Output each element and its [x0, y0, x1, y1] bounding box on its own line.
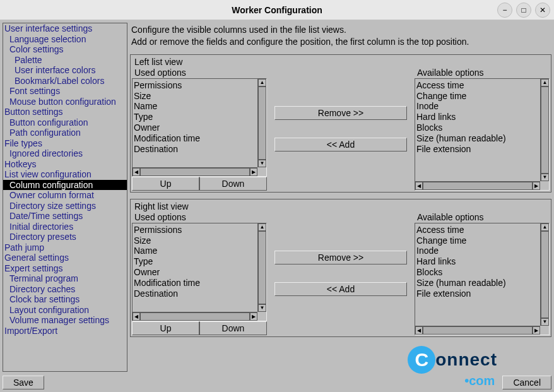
used-options-list[interactable]: PermissionsSizeNameTypeOwnerModification…: [132, 78, 267, 177]
sidebar-item[interactable]: Path configuration: [3, 128, 127, 138]
cancel-button[interactable]: Cancel: [502, 376, 551, 389]
list-item[interactable]: File extension: [416, 288, 548, 299]
add-button[interactable]: << Add: [274, 138, 407, 151]
move-up-button[interactable]: Up: [132, 177, 199, 191]
sidebar-item[interactable]: File types: [3, 138, 127, 149]
scroll-right-icon[interactable]: ▶: [250, 312, 257, 321]
vertical-scrollbar[interactable]: ▲ ▼: [257, 223, 266, 312]
scroll-track[interactable]: [541, 86, 549, 174]
sidebar-item[interactable]: Path jump: [3, 242, 127, 253]
available-options-list[interactable]: Access timeChange timeInodeHard linksBlo…: [415, 223, 550, 335]
scroll-right-icon[interactable]: ▶: [533, 326, 540, 335]
scroll-down-icon[interactable]: ▼: [541, 174, 549, 181]
sidebar-item[interactable]: Ignored directories: [3, 148, 127, 159]
move-down-button[interactable]: Down: [199, 177, 267, 191]
list-item[interactable]: Blocks: [416, 122, 548, 133]
list-item[interactable]: Inode: [416, 101, 548, 112]
list-item[interactable]: Size: [134, 91, 265, 102]
scroll-track[interactable]: [140, 168, 250, 176]
list-item[interactable]: Access time: [416, 225, 548, 235]
scroll-down-icon[interactable]: ▼: [258, 160, 266, 167]
close-button[interactable]: ✕: [535, 3, 550, 18]
list-item[interactable]: Access time: [416, 80, 548, 91]
list-item[interactable]: Modification time: [134, 278, 265, 288]
list-item[interactable]: Owner: [134, 267, 265, 278]
list-item[interactable]: Name: [134, 101, 265, 112]
list-item[interactable]: Type: [134, 256, 265, 267]
horizontal-scrollbar[interactable]: ◀ ▶: [415, 326, 540, 335]
list-item[interactable]: Owner: [134, 122, 265, 133]
scroll-left-icon[interactable]: ◀: [415, 326, 423, 335]
list-item[interactable]: Name: [134, 246, 265, 256]
vertical-scrollbar[interactable]: ▲ ▼: [257, 79, 266, 167]
sidebar-item[interactable]: Bookmark/Label colors: [3, 76, 127, 86]
sidebar-item[interactable]: Font settings: [3, 86, 127, 97]
add-button[interactable]: << Add: [274, 282, 407, 296]
list-item[interactable]: Permissions: [134, 225, 265, 235]
move-down-button[interactable]: Down: [199, 321, 267, 335]
maximize-button[interactable]: □: [516, 3, 531, 18]
sidebar-item[interactable]: Mouse button configuration: [3, 97, 127, 107]
list-item[interactable]: Modification time: [134, 133, 265, 144]
sidebar-item[interactable]: Language selection: [3, 34, 127, 45]
horizontal-scrollbar[interactable]: ◀ ▶: [415, 181, 540, 190]
settings-tree[interactable]: User interface settingsLanguage selectio…: [3, 23, 127, 372]
list-item[interactable]: Destination: [134, 288, 265, 299]
sidebar-item[interactable]: Date/Time settings: [3, 211, 127, 222]
list-item[interactable]: Change time: [416, 235, 548, 246]
scroll-right-icon[interactable]: ▶: [250, 168, 257, 176]
list-item[interactable]: Size (human readable): [416, 278, 548, 288]
list-item[interactable]: File extension: [416, 144, 548, 155]
scroll-left-icon[interactable]: ◀: [415, 182, 423, 190]
sidebar-item[interactable]: Expert settings: [3, 263, 127, 274]
sidebar-item[interactable]: User interface settings: [3, 23, 127, 34]
sidebar-item[interactable]: Hotkeys: [3, 159, 127, 170]
sidebar-item[interactable]: Directory presets: [3, 232, 127, 242]
remove-button[interactable]: Remove >>: [274, 106, 407, 120]
scroll-track[interactable]: [258, 86, 266, 160]
list-item[interactable]: Hard links: [416, 112, 548, 122]
sidebar-item[interactable]: General settings: [3, 252, 127, 263]
scroll-up-icon[interactable]: ▲: [258, 79, 266, 86]
sidebar-item[interactable]: Directory caches: [3, 284, 127, 295]
sidebar-item[interactable]: Owner column format: [3, 190, 127, 201]
vertical-scrollbar[interactable]: ▲ ▼: [540, 79, 549, 181]
sidebar-item[interactable]: Clock bar settings: [3, 294, 127, 305]
sidebar-item[interactable]: Palette: [3, 55, 127, 66]
list-item[interactable]: Destination: [134, 144, 265, 155]
list-item[interactable]: Size (human readable): [416, 133, 548, 144]
sidebar-item[interactable]: Button configuration: [3, 117, 127, 128]
scroll-right-icon[interactable]: ▶: [533, 182, 540, 190]
list-item[interactable]: Hard links: [416, 256, 548, 267]
scroll-track[interactable]: [140, 312, 250, 321]
sidebar-item[interactable]: Volume manager settings: [3, 315, 127, 326]
scroll-left-icon[interactable]: ◀: [133, 312, 140, 321]
scroll-track[interactable]: [423, 326, 533, 335]
scroll-track[interactable]: [258, 231, 266, 304]
sidebar-item[interactable]: Color settings: [3, 44, 127, 55]
scroll-left-icon[interactable]: ◀: [133, 168, 140, 176]
sidebar-item[interactable]: Directory size settings: [3, 201, 127, 211]
sidebar-item[interactable]: Button settings: [3, 107, 127, 117]
scroll-down-icon[interactable]: ▼: [258, 304, 266, 312]
list-item[interactable]: Change time: [416, 91, 548, 102]
horizontal-scrollbar[interactable]: ◀ ▶: [133, 312, 257, 321]
available-options-list[interactable]: Access timeChange timeInodeHard linksBlo…: [415, 78, 550, 191]
scroll-up-icon[interactable]: ▲: [258, 223, 266, 231]
sidebar-item[interactable]: Import/Export: [3, 326, 127, 336]
used-options-list[interactable]: PermissionsSizeNameTypeOwnerModification…: [132, 223, 267, 321]
sidebar-item[interactable]: Column configuration: [3, 180, 127, 191]
list-item[interactable]: Type: [134, 112, 265, 122]
scroll-track[interactable]: [423, 182, 533, 190]
move-up-button[interactable]: Up: [132, 321, 199, 335]
remove-button[interactable]: Remove >>: [274, 251, 407, 264]
list-item[interactable]: Blocks: [416, 267, 548, 278]
save-button[interactable]: Save: [3, 376, 44, 389]
horizontal-scrollbar[interactable]: ◀ ▶: [133, 167, 257, 176]
sidebar-item[interactable]: Initial directories: [3, 222, 127, 232]
list-item[interactable]: Inode: [416, 246, 548, 256]
scroll-up-icon[interactable]: ▲: [541, 79, 549, 86]
sidebar-item[interactable]: Terminal program: [3, 273, 127, 284]
scroll-track[interactable]: [541, 231, 549, 318]
minimize-button[interactable]: −: [497, 3, 512, 18]
